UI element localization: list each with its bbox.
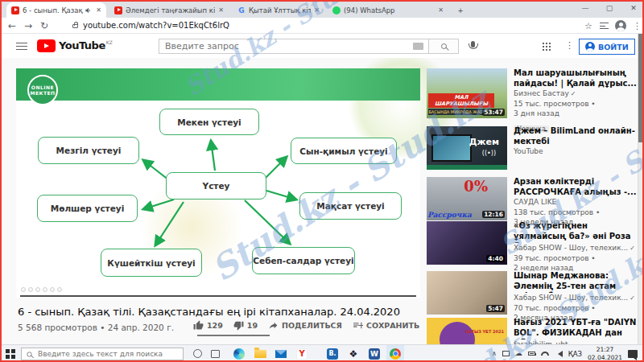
search-button[interactable] xyxy=(429,39,459,54)
new-tab-button[interactable]: + xyxy=(453,2,468,18)
thumbnail-text: 0% xyxy=(464,178,488,195)
page-scrollbar[interactable] xyxy=(638,34,644,344)
tab-title: Қытай Ұлттық кітапханасы – Go... xyxy=(249,6,311,14)
diagram-node-syn-qimyl: Сын-қимыл үстеуі xyxy=(291,138,397,164)
notifications-icon[interactable] xyxy=(628,350,638,358)
hamburger-menu-icon[interactable] xyxy=(16,43,27,50)
video-player[interactable]: ONLINE МЕКТЕП М xyxy=(16,68,420,298)
chrome-icon[interactable] xyxy=(386,345,404,362)
video-thumbnail[interactable]: 0% Рассрочка 12:16 xyxy=(427,177,507,220)
display-tray-icon[interactable] xyxy=(502,351,510,356)
reload-icon[interactable]: ↻ xyxy=(40,19,48,32)
onedrive-tray-icon[interactable]: ☁ xyxy=(515,350,522,357)
voice-search-icon[interactable] xyxy=(471,41,475,47)
sign-in-label: ВОЙТИ xyxy=(598,43,629,51)
like-button[interactable]: 129 xyxy=(193,320,223,331)
dislike-button[interactable]: 19 xyxy=(233,320,258,331)
tab-close-icon[interactable]: ✕ xyxy=(314,6,320,14)
tab-library[interactable]: Әлемдегі таңғажайып кітапхан... ✕ xyxy=(109,2,229,18)
window-close-button[interactable]: ✕ xyxy=(623,0,644,16)
search-input[interactable] xyxy=(159,40,413,52)
battery-tray-icon[interactable] xyxy=(528,352,535,356)
tab-close-icon[interactable]: ✕ xyxy=(438,6,444,14)
thumb-up-icon xyxy=(193,320,204,331)
video-title: Джем – BilimLand онлайн-мектебі xyxy=(514,126,638,146)
tab-close-icon[interactable]: ✕ xyxy=(218,6,224,14)
channel-name[interactable]: САУДА LIKE xyxy=(514,198,556,206)
tab-current[interactable]: 6 - сынып. Қазақ тілі. Қазақ... ✕ xyxy=(6,2,106,18)
dropbox-icon[interactable]: ❖ xyxy=(345,345,362,362)
app-b-icon[interactable]: B. xyxy=(324,345,341,362)
keyboard-icon[interactable] xyxy=(413,43,423,50)
channel-name[interactable]: Бизнес Бастау xyxy=(514,89,569,97)
file-explorer-icon[interactable] xyxy=(251,345,269,362)
word-icon[interactable]: W xyxy=(365,345,383,362)
person-icon xyxy=(585,42,595,51)
tab-audio-icon[interactable] xyxy=(85,6,93,14)
diagram-node-center: Үстеу xyxy=(166,172,266,200)
keyboard-language[interactable]: ҚАЗ xyxy=(568,350,582,358)
video-actions: 129 19 ПОДЕЛИТЬСЯ СОХРАНИТЬ ... xyxy=(193,320,420,331)
recommended-video[interactable]: МАЛ ШАРУАШЫЛЫҒЫ БАСЫНДА МИКРОДА ЖАС 53:4… xyxy=(427,68,638,134)
video-thumbnail[interactable]: 5:47 xyxy=(427,271,507,315)
youtube-logo[interactable]: YouTube KZ xyxy=(37,39,113,52)
url-text[interactable]: youtube.com/watch?v=01EkqCt6lrQ xyxy=(83,21,229,30)
time: 21:27 xyxy=(597,346,614,353)
video-thumbnail[interactable]: МАЛ ШАРУАШЫЛЫҒЫ БАСЫНДА МИКРОДА ЖАС 53:4… xyxy=(427,68,507,118)
video-title: Мал шаруашылығының пайдасы! | Қалай дұры… xyxy=(514,68,638,88)
clock[interactable]: 21:27 02.04.2021 xyxy=(588,346,622,361)
channel-name[interactable]: Хабар SHOW - Шоу, телехик... xyxy=(514,294,628,302)
recommended-video[interactable]: Джем ((•)) Джем – BilimLand онлайн-мекте… xyxy=(427,126,638,170)
video-title: «Өз жүрегіңнен ұялмайсың ба?» әні Роза Ә… xyxy=(514,221,638,243)
verified-icon: ✓ xyxy=(630,245,635,252)
wifi-tray-icon[interactable] xyxy=(541,352,549,356)
video-title: Арзан көліктерді РАССРОЧКАҒА алыңыз -... xyxy=(514,177,638,197)
recommended-video[interactable]: 4:40 «Өз жүрегіңнен ұялмайсың ба?» әні Р… xyxy=(427,221,638,274)
save-button[interactable]: СОХРАНИТЬ xyxy=(353,320,419,331)
window-minimize-button[interactable]: — xyxy=(575,0,596,16)
forward-icon[interactable]: → xyxy=(24,19,32,32)
reading-list-icon[interactable] xyxy=(600,23,609,29)
mail-icon[interactable] xyxy=(272,345,290,362)
channel-name[interactable]: YouTube xyxy=(514,147,543,155)
thumbnail-subtext: Рассрочка xyxy=(427,211,472,219)
window-maximize-button[interactable]: ▢ xyxy=(599,0,620,16)
video-views: 15 тыс. просмотров • xyxy=(514,99,638,109)
video-thumbnail[interactable]: Джем ((•)) xyxy=(427,126,507,170)
bookmark-star-icon[interactable]: ☆ xyxy=(584,20,592,33)
channel-name[interactable]: Хабар SHOW - Шоу, телехик... xyxy=(514,244,628,252)
tab-title: (94) WhatsApp xyxy=(344,6,435,14)
cortana-icon[interactable] xyxy=(193,349,202,358)
verified-icon: ✓ xyxy=(571,90,576,97)
browser-menu-icon[interactable]: ⋮ xyxy=(633,20,642,33)
profile-avatar[interactable] xyxy=(615,20,626,31)
share-button[interactable]: ПОДЕЛИТЬСЯ xyxy=(268,320,342,331)
sign-in-button[interactable]: ВОЙТИ xyxy=(579,39,635,55)
tray-expand-icon[interactable]: ∧ xyxy=(492,350,497,357)
video-duration: 12:16 xyxy=(482,211,505,218)
start-button[interactable] xyxy=(6,349,15,359)
video-thumbnail[interactable]: НАҒЫЗ ҮБТ 2021 ФИЗИКА xyxy=(427,318,507,344)
scrollbar-thumb[interactable] xyxy=(638,34,644,142)
search-box xyxy=(159,39,429,54)
video-thumbnail[interactable]: 4:40 xyxy=(427,221,507,265)
recommended-video[interactable]: 0% Рассрочка 12:16 Арзан көліктерді РАСС… xyxy=(427,177,638,228)
recommended-video[interactable]: 5:47 Шынар Меджанова: Әлемнің 25-тен аст… xyxy=(427,271,638,323)
edge-icon[interactable] xyxy=(230,345,248,362)
tab-close-icon[interactable]: ✕ xyxy=(96,6,101,14)
back-icon[interactable]: ← xyxy=(8,19,16,32)
video-duration: 4:40 xyxy=(486,255,505,262)
yandex-browser-icon[interactable]: Y xyxy=(293,345,311,362)
tab-whatsapp[interactable]: (94) WhatsApp ✕ xyxy=(328,2,448,18)
slide-controls[interactable] xyxy=(21,287,62,292)
taskbar-search-box xyxy=(21,348,184,360)
youtube-region-label: KZ xyxy=(106,39,113,45)
taskbar-search-input[interactable] xyxy=(36,349,178,359)
search-icon xyxy=(27,352,31,356)
tab-google[interactable]: G Қытай Ұлттық кітапханасы – Go... ✕ xyxy=(233,2,324,18)
recommended-video[interactable]: НАҒЫЗ ҮБТ 2021 ФИЗИКА Нағыз 2021 ҮБТ-ға … xyxy=(427,318,638,344)
volume-tray-icon[interactable] xyxy=(555,351,563,357)
task-view-icon[interactable] xyxy=(211,350,220,358)
apps-grid-icon[interactable] xyxy=(543,43,544,44)
youtube-menu-icon[interactable]: ⋮ xyxy=(565,40,574,51)
